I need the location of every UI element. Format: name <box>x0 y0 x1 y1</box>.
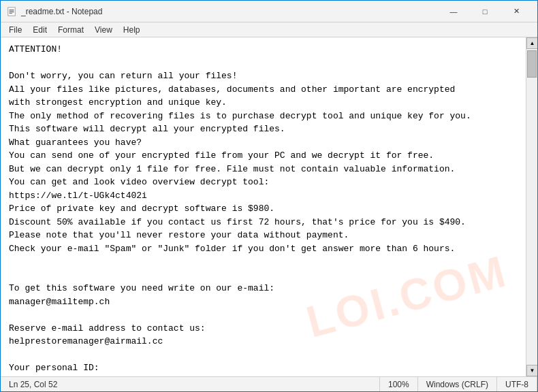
app-icon <box>6 6 17 17</box>
menu-edit[interactable]: Edit <box>27 24 52 36</box>
title-bar: _readme.txt - Notepad — □ ✕ <box>1 1 537 22</box>
menu-file[interactable]: File <box>3 24 27 36</box>
status-encoding: UTF-8 <box>497 377 537 391</box>
menu-bar: File Edit Format View Help <box>1 22 537 37</box>
scroll-thumb[interactable] <box>527 50 537 78</box>
status-bar: Ln 25, Col 52 100% Windows (CRLF) UTF-8 <box>1 376 537 391</box>
status-position: Ln 25, Col 52 <box>1 377 380 391</box>
content-area: ▲ ▼ LOI.COM <box>1 37 537 376</box>
scroll-down-button[interactable]: ▼ <box>526 365 537 376</box>
window-title: _readme.txt - Notepad <box>21 7 438 16</box>
menu-view[interactable]: View <box>89 24 118 36</box>
scroll-up-button[interactable]: ▲ <box>526 37 537 49</box>
menu-help[interactable]: Help <box>118 24 146 36</box>
status-line-ending: Windows (CRLF) <box>418 377 497 391</box>
minimize-button[interactable]: — <box>438 1 469 22</box>
close-button[interactable]: ✕ <box>501 1 532 22</box>
notepad-window: _readme.txt - Notepad — □ ✕ File Edit Fo… <box>0 0 538 392</box>
text-editor[interactable] <box>1 37 526 376</box>
svg-rect-0 <box>8 7 16 15</box>
maximize-button[interactable]: □ <box>469 1 501 22</box>
window-controls: — □ ✕ <box>438 1 532 22</box>
menu-format[interactable]: Format <box>52 24 89 36</box>
scroll-track[interactable] <box>526 49 537 365</box>
vertical-scrollbar[interactable]: ▲ ▼ <box>526 37 537 376</box>
status-zoom: 100% <box>380 377 418 391</box>
